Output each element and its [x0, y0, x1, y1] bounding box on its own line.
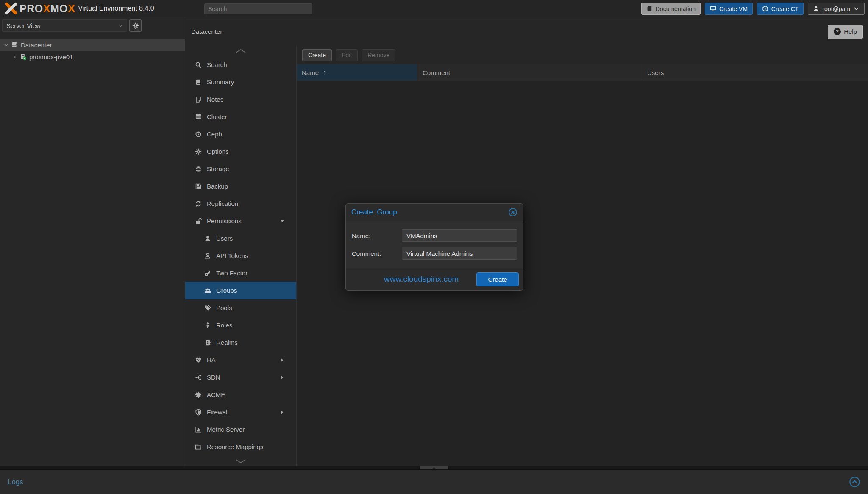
sidebar-item-permissions[interactable]: Permissions [185, 212, 296, 230]
sidebar-item-realms[interactable]: Realms [185, 334, 296, 351]
sidebar-item-label: Metric Server [207, 426, 245, 433]
scroll-down-icon[interactable] [185, 456, 296, 467]
address-book-icon [204, 339, 211, 346]
column-header-comment[interactable]: Comment [417, 64, 642, 81]
field-input-name[interactable] [402, 229, 517, 242]
tree-item-label: proxmox-pve01 [29, 53, 73, 61]
monitor-icon [710, 6, 716, 12]
dialog-field-row: Comment: [352, 247, 517, 260]
close-icon[interactable] [508, 208, 517, 217]
person-icon [204, 322, 211, 329]
sidebar-item-label: Summary [207, 78, 234, 86]
topbar-button-documentation[interactable]: Documentation [641, 3, 701, 15]
sidebar-item-label: Resource Mappings [207, 443, 263, 450]
field-input-comment[interactable] [402, 247, 517, 260]
database-icon [195, 166, 202, 172]
toolbar-button-edit: Edit [336, 49, 358, 61]
sidebar-item-label: Permissions [207, 217, 242, 225]
groups-toolbar: CreateEditRemove [297, 46, 868, 64]
sync-icon [195, 200, 202, 207]
splitter-handle[interactable] [420, 466, 448, 469]
cube-icon [762, 6, 768, 12]
sidebar-item-sdn[interactable]: SDN [185, 369, 296, 386]
caret-down-icon [3, 42, 9, 48]
resource-tree-panel: Server View Datacenterproxmox-pve01 [0, 17, 185, 467]
cloudspinx-link[interactable]: www.cloudspinx.com [384, 275, 459, 284]
column-header-users[interactable]: Users [642, 64, 868, 81]
page-title: Datacenter [191, 28, 222, 35]
logo-letter: MO [50, 3, 68, 14]
sidebar-item-label: API Tokens [216, 252, 248, 259]
arrow-right-solid-icon [278, 358, 286, 363]
server-stack-icon [11, 42, 18, 48]
sidebar-item-notes[interactable]: Notes [185, 91, 296, 108]
sidebar-item-label: Ceph [207, 130, 222, 138]
sidebar-item-resource-mappings[interactable]: Resource Mappings [185, 438, 296, 452]
sidebar-item-backup[interactable]: Backup [185, 178, 296, 195]
folder-icon [195, 444, 202, 450]
sidebar-item-label: Search [207, 61, 227, 68]
dialog-create-button[interactable]: Create [476, 272, 519, 286]
topbar-button-root-pam[interactable]: root@pam [808, 3, 865, 15]
logo-letter: X [43, 3, 50, 14]
sidebar-item-replication[interactable]: Replication [185, 195, 296, 212]
sidebar-item-groups[interactable]: Groups [185, 282, 296, 299]
view-selector[interactable]: Server View [2, 19, 127, 32]
scroll-up-icon[interactable] [185, 46, 296, 56]
floppy-icon [195, 183, 202, 190]
heartbeat-icon [195, 357, 202, 364]
sidebar-item-pools[interactable]: Pools [185, 299, 296, 316]
question-icon: ? [834, 28, 841, 35]
tree-item-label: Datacenter [21, 42, 52, 49]
sidebar-menu-list: SearchSummaryNotesClusterCephOptionsStor… [185, 56, 296, 452]
sidebar-item-label: Storage [207, 165, 229, 172]
sidebar-item-two-factor[interactable]: Two Factor [185, 264, 296, 282]
sidebar-item-firewall[interactable]: Firewall [185, 403, 296, 421]
expand-logs-icon[interactable] [849, 476, 860, 488]
proxmox-logo: PROXMOX Virtual Environment 8.4.0 [4, 2, 154, 15]
arrow-right-solid-icon [278, 410, 286, 415]
book-icon [195, 79, 202, 86]
resource-tree: Datacenterproxmox-pve01 [0, 39, 185, 63]
topbar-button-create-ct[interactable]: Create CT [757, 3, 804, 15]
help-button[interactable]: ? Help [828, 25, 863, 39]
search-icon [195, 61, 202, 68]
arrow-right-solid-icon [278, 375, 286, 380]
dialog-title: Create: Group [351, 208, 397, 216]
sidebar-item-metric-server[interactable]: Metric Server [185, 421, 296, 438]
sidebar-item-label: Two Factor [216, 269, 248, 277]
users-icon [204, 287, 211, 294]
toolbar-button-create[interactable]: Create [302, 49, 332, 61]
sidebar-item-options[interactable]: Options [185, 143, 296, 160]
sidebar-item-ha[interactable]: HA [185, 351, 296, 369]
sidebar-item-summary[interactable]: Summary [185, 73, 296, 91]
sidebar-item-ceph[interactable]: Ceph [185, 125, 296, 143]
sidebar-item-roles[interactable]: Roles [185, 316, 296, 334]
sidebar-item-label: Backup [207, 183, 228, 190]
sidebar-item-search[interactable]: Search [185, 56, 296, 73]
gear-icon [195, 148, 202, 155]
column-header-name[interactable]: Name [297, 64, 417, 81]
tree-item-datacenter[interactable]: Datacenter [0, 39, 185, 51]
network-icon [195, 374, 202, 381]
node-icon [20, 53, 27, 60]
dialog-body: Name:Comment: [346, 221, 523, 268]
sidebar-item-label: Groups [216, 287, 237, 294]
topbar-button-create-vm[interactable]: Create VM [705, 3, 753, 15]
sidebar-item-users[interactable]: Users [185, 230, 296, 247]
tree-config-button[interactable] [129, 19, 142, 32]
shield-icon [195, 409, 202, 416]
bar-chart-icon [195, 426, 202, 433]
logo-letter: PRO [19, 3, 43, 14]
search-input[interactable] [204, 3, 312, 14]
logs-toggle[interactable]: Logs [8, 478, 23, 486]
proxmox-app: PROXMOX Virtual Environment 8.4.0 Docume… [0, 0, 868, 494]
seal-icon [195, 391, 202, 398]
sidebar-item-acme[interactable]: ACME [185, 386, 296, 403]
tree-item-proxmox-pve01[interactable]: proxmox-pve01 [0, 51, 185, 63]
sidebar-item-cluster[interactable]: Cluster [185, 108, 296, 125]
sidebar-item-api-tokens[interactable]: API Tokens [185, 247, 296, 264]
user-outline-icon [204, 253, 211, 259]
sort-up-icon [322, 70, 328, 75]
sidebar-item-storage[interactable]: Storage [185, 160, 296, 178]
